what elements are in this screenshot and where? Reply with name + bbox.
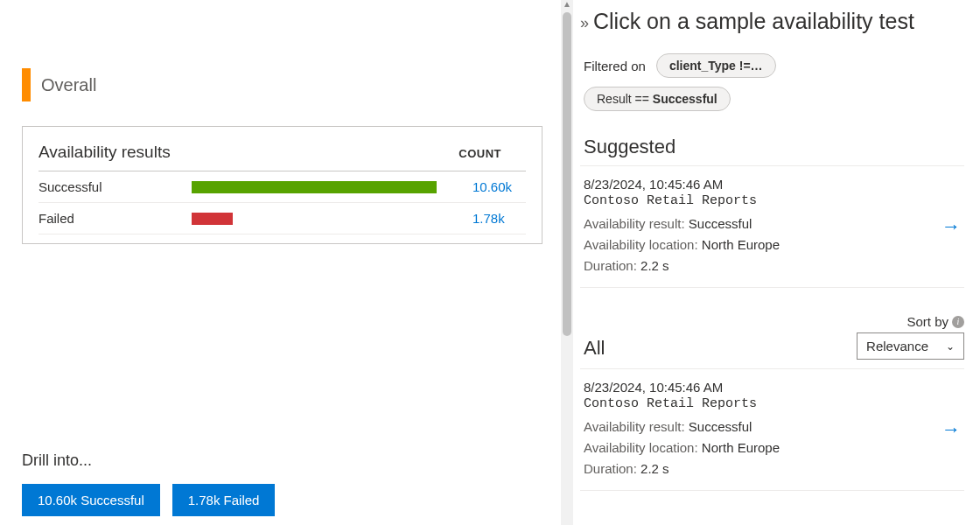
result-bar-cell [192, 181, 469, 193]
left-scrollbar[interactable]: ▲ [561, 0, 573, 525]
result-row-successful[interactable]: Successful 10.60k [38, 172, 526, 203]
all-header: All [584, 337, 605, 360]
availability-results-card: Availability results COUNT Successful 10… [22, 126, 542, 244]
overall-accent-bar [22, 68, 31, 102]
suggested-header: Suggested [580, 136, 964, 158]
drill-failed-button[interactable]: 1.78k Failed [172, 484, 276, 516]
sort-by-label: Sort by i [906, 314, 964, 329]
result-row-failed[interactable]: Failed 1.78k [38, 203, 526, 234]
arrow-right-icon: → [936, 215, 961, 238]
count-column-header: COUNT [458, 147, 526, 160]
right-pane: » Click on a sample availability test Fi… [573, 0, 980, 525]
sort-by-select[interactable]: Relevance ⌄ [857, 332, 964, 360]
overall-title: Overall [41, 75, 96, 95]
overall-header: Overall [22, 68, 564, 102]
sample-location-kv: Availability location: North Europe [584, 234, 936, 256]
sample-timestamp: 8/23/2024, 10:45:46 AM [584, 177, 936, 192]
suggested-sample-card[interactable]: 8/23/2024, 10:45:46 AM Contoso Retail Re… [580, 165, 964, 288]
right-header: » Click on a sample availability test [580, 9, 964, 34]
result-bar-cell [192, 213, 469, 225]
sample-location-kv: Availability location: North Europe [584, 438, 936, 458]
drill-into-title: Drill into... [22, 452, 564, 470]
all-sample-card[interactable]: 8/23/2024, 10:45:46 AM Contoso Retail Re… [580, 368, 964, 491]
info-icon[interactable]: i [952, 316, 964, 328]
sample-timestamp: 8/23/2024, 10:45:46 AM [584, 380, 936, 395]
arrow-right-icon: → [936, 418, 961, 441]
card-title: Availability results [38, 143, 171, 162]
drill-into-section: Drill into... 10.60k Successful 1.78k Fa… [22, 452, 564, 516]
chevron-down-icon: ⌄ [946, 340, 955, 353]
sample-result-kv: Availability result: Successful [584, 214, 936, 234]
result-count[interactable]: 1.78k [469, 211, 526, 226]
filtered-on-label: Filtered on [584, 59, 646, 74]
result-label: Failed [38, 211, 192, 226]
drill-button-row: 10.60k Successful 1.78k Failed [22, 484, 564, 516]
filter-row: Filtered on client_Type !=… [580, 53, 964, 78]
filter-pill-client-type[interactable]: client_Type !=… [656, 53, 776, 78]
sort-value: Relevance [866, 339, 928, 354]
bar-failed [192, 213, 233, 225]
expand-toggle-icon[interactable]: » [580, 9, 593, 32]
scroll-up-icon[interactable]: ▲ [561, 0, 573, 10]
filter-pill-result[interactable]: Result == Successful [584, 87, 731, 111]
sample-duration-kv: Duration: 2.2 s [584, 256, 936, 276]
sample-result-kv: Availability result: Successful [584, 416, 936, 438]
scrollbar-thumb[interactable] [563, 12, 571, 336]
drill-successful-button[interactable]: 10.60k Successful [22, 484, 160, 516]
sort-block: Sort by i Relevance ⌄ [857, 314, 964, 360]
sample-body: 8/23/2024, 10:45:46 AM Contoso Retail Re… [584, 380, 936, 480]
sample-body: 8/23/2024, 10:45:46 AM Contoso Retail Re… [584, 177, 936, 276]
result-count[interactable]: 10.60k [469, 179, 526, 194]
result-label: Successful [38, 179, 192, 194]
sample-name: Contoso Retail Reports [584, 396, 936, 411]
all-header-row: All Sort by i Relevance ⌄ [580, 314, 964, 360]
sample-duration-kv: Duration: 2.2 s [584, 458, 936, 480]
filter-pill-text: client_Type !=… [669, 59, 763, 73]
bar-success [192, 181, 437, 193]
sample-name: Contoso Retail Reports [584, 193, 936, 208]
right-pane-title: Click on a sample availability test [593, 9, 914, 34]
left-pane: Overall Availability results COUNT Succe… [0, 0, 573, 525]
filter-row-2: Result == Successful [580, 87, 964, 111]
filter-pill-text: Result == Successful [597, 92, 718, 106]
card-title-row: Availability results COUNT [38, 143, 526, 172]
